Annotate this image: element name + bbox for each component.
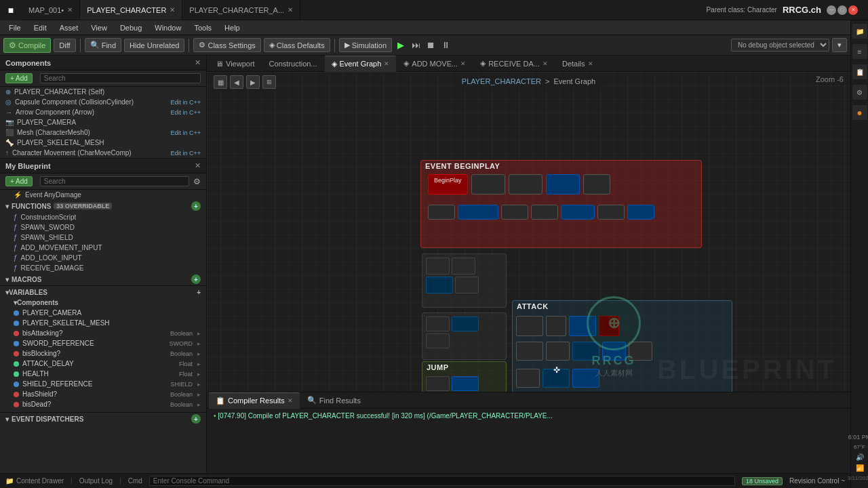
menu-edit[interactable]: Edit [28,22,52,33]
variables-add[interactable]: + [197,289,201,296]
blueprint-search[interactable] [40,176,189,186]
comp-skeletal[interactable]: 🦴 PLAYER_SKELETAL_MESH [0,138,206,148]
tab-find-results[interactable]: 🔍 Find Results [300,392,368,409]
pause-btn[interactable]: ⏸ [439,39,452,52]
debug-object-select[interactable]: No debug object selected [731,39,829,52]
stop-btn[interactable]: ⏹ [425,39,437,52]
find-button[interactable]: 🔍 Find [85,38,121,52]
diff-button[interactable]: Diff [54,39,75,52]
compiler-close[interactable]: ✕ [288,397,293,404]
rp-orange-dot[interactable]: ● [852,105,867,120]
rp-content-browser[interactable]: 📁 [852,24,867,39]
blueprint-close[interactable]: ✕ [195,161,201,170]
comp-movement[interactable]: ↑ Character Movement (CharMoveComp) Edit… [0,148,206,158]
output-log[interactable]: Output Log [79,477,113,485]
console-input[interactable] [149,476,735,486]
macros-section[interactable]: ▾ MACROS + [0,273,206,285]
class-defaults-button[interactable]: ◈ Class Defaults [264,38,330,52]
revision-control[interactable]: Revision Control ~ [789,477,845,485]
close-btn[interactable]: ✕ [848,5,858,15]
func-spawn-shield[interactable]: ƒ SPAWN_SHIELD [0,232,206,243]
var-sword-ref[interactable]: SWORD_REFERENCE SWORD ▸ [0,338,206,348]
ed-add[interactable]: + [191,414,201,424]
components-search[interactable] [40,73,201,83]
var-player-camera[interactable]: PLAYER_CAMERA [0,308,206,318]
functions-section[interactable]: ▾ FUNCTIONS 33 OVERRIDABLE + [0,200,206,212]
comp-camera[interactable]: 📷 PLAYER_CAMERA [0,117,206,127]
nav-forward[interactable]: ▶ [246,75,260,89]
blueprint-add-button[interactable]: + Add [5,176,33,186]
debug-extra-btn[interactable]: ▾ [832,38,847,52]
menu-debug[interactable]: Debug [115,22,147,33]
content-drawer[interactable]: 📁 Content Drawer [5,477,64,485]
event-graph-close[interactable]: ✕ [384,60,389,67]
title-tab-player-character[interactable]: PLAYER_CHARACTER ✕ [80,0,182,20]
func-add-look[interactable]: ƒ ADD_LOOK_INPUT [0,253,206,263]
tab-viewport[interactable]: 🖥 Viewport [209,56,262,72]
components-close[interactable]: ✕ [195,58,201,67]
variables-header[interactable]: ▾ VARIABLES + [0,287,206,298]
comp-mesh[interactable]: ⬛ Mesh (CharacterMesh0) Edit in C++ [0,127,206,138]
var-is-blocking[interactable]: bisBlocking? Boolean ▸ [0,348,206,359]
tab-add-move[interactable]: ◈ ADD MOVE... ✕ [397,56,473,72]
comp-self[interactable]: ⊕ PLAYER_CHARACTER (Self) [0,87,206,97]
comp-mesh-edit[interactable]: Edit in C++ [170,129,201,136]
sys-vol[interactable]: 🔊 [856,453,864,461]
var-shield-ref[interactable]: SHIELD_REFERENCE SHIELD ▸ [0,379,206,389]
tab-event-graph[interactable]: ◈ Event Graph ✕ [325,56,397,72]
menu-window[interactable]: Window [149,22,186,33]
hide-unrelated-button[interactable]: Hide Unrelated [124,39,184,52]
macros-add[interactable]: + [191,274,201,284]
sys-wifi[interactable]: 📶 [856,464,864,472]
breadcrumb-root[interactable]: PLAYER_CHARACTER [462,77,541,85]
tab-compiler-results[interactable]: 📋 Compiler Results ✕ [209,392,300,409]
func-spawn-sword[interactable]: ƒ SPAWN_SWORD [0,222,206,232]
var-bis-dead[interactable]: bisDead? Boolean ▸ [0,399,206,409]
tab-details[interactable]: Details ✕ [555,56,600,72]
menu-view[interactable]: View [85,22,113,33]
tab-map001-close[interactable]: ✕ [67,6,73,14]
var-is-attacking[interactable]: bisAttacking? Boolean ▸ [0,328,206,338]
skip-btn[interactable]: ⏭ [410,39,422,52]
rp-settings[interactable]: ⚙ [852,85,867,100]
compile-button[interactable]: ⚙ Compile [3,38,51,53]
nav-back[interactable]: ◀ [230,75,243,89]
rp-layout[interactable]: ≡ [852,44,867,59]
add-move-close[interactable]: ✕ [460,60,466,67]
comp-capsule[interactable]: ◎ Capsule Component (CollisionCylinder) … [0,97,206,107]
var-group-components[interactable]: ▾ Components [0,298,206,308]
functions-add[interactable]: + [191,201,201,211]
func-construction[interactable]: ƒ ConstructionScript [0,212,206,222]
minimize-btn[interactable]: ─ [827,5,836,15]
details-close[interactable]: ✕ [588,60,593,67]
var-health[interactable]: HEALTH Float ▸ [0,369,206,379]
simulation-button[interactable]: ▶ Simulation [339,38,392,52]
func-add-movement[interactable]: ƒ ADD_MOVEMENT_INPUT [0,243,206,253]
func-receive-damage[interactable]: ƒ RECEIVE_DAMAGE [0,263,206,273]
comp-arrow-edit[interactable]: Edit in C++ [170,109,201,116]
var-has-shield[interactable]: HasShield? Boolean ▸ [0,389,206,399]
graph-area[interactable]: ▦ ◀ ▶ ⊞ PLAYER_CHARACTER > Event Graph Z… [207,72,850,392]
nav-layout[interactable]: ⊞ [262,75,276,89]
receive-da-close[interactable]: ✕ [542,60,548,67]
title-tab-map001[interactable]: MAP_001• ✕ [22,0,80,20]
tab-player-char-close[interactable]: ✕ [170,6,175,14]
menu-file[interactable]: File [3,22,26,33]
maximize-btn[interactable]: □ [837,5,847,15]
menu-tools[interactable]: Tools [189,22,217,33]
event-any-damage[interactable]: ⚡ Event AnyDamage [0,190,206,200]
var-skeletal-mesh[interactable]: PLAYER_SKELETAL_MESH [0,318,206,328]
tab-receive-da[interactable]: ◈ RECEIVE DA... ✕ [473,56,555,72]
tab-construction[interactable]: Construction... [262,56,324,72]
title-tab-player-char-a[interactable]: PLAYER_CHARACTER_A... ✕ [182,0,300,20]
menu-help[interactable]: Help [219,22,245,33]
comp-arrow[interactable]: → Arrow Component (Arrow) Edit in C++ [0,107,206,117]
event-dispatchers-section[interactable]: ▾ EVENT DISPATCHERS + [0,412,206,425]
comp-capsule-edit[interactable]: Edit in C++ [170,99,201,106]
blueprint-settings-icon[interactable]: ⚙ [193,177,201,186]
comp-movement-edit[interactable]: Edit in C++ [170,150,201,157]
rp-clipboard[interactable]: 📋 [852,64,867,79]
tab-player-char-a-close[interactable]: ✕ [288,6,293,14]
components-add-button[interactable]: + Add [5,73,33,83]
nav-grid-toggle[interactable]: ▦ [214,75,227,89]
